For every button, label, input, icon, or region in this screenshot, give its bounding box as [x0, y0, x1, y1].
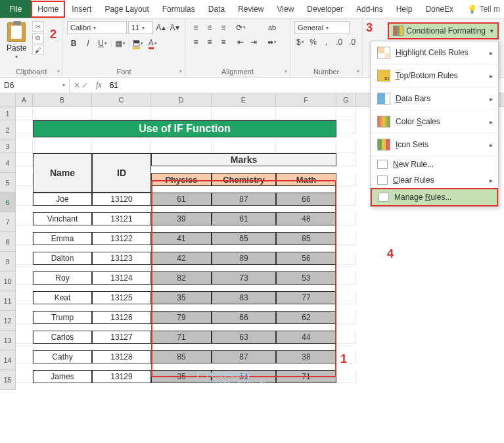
cell-name-8[interactable]: Emma — [33, 232, 92, 245]
header-chemistry[interactable]: Chemistry — [212, 173, 276, 186]
cell[interactable] — [92, 107, 151, 120]
select-all-corner[interactable] — [0, 93, 16, 106]
cf-top-bottom-rules[interactable]: Top/Bottom Rules — [371, 64, 498, 87]
font-name-dropdown[interactable]: Calibri — [67, 21, 127, 34]
cf-new-rule[interactable]: New Rule... — [371, 156, 498, 172]
cell-chemistry-9[interactable]: 89 — [212, 252, 276, 265]
cell-math-8[interactable]: 85 — [276, 232, 336, 245]
cell-math-13[interactable]: 44 — [276, 331, 336, 344]
cell-chemistry-6[interactable]: 87 — [212, 193, 276, 206]
cell-chemistry-13[interactable]: 63 — [212, 331, 276, 344]
fx-icon[interactable]: fx — [92, 80, 106, 90]
cell-name-10[interactable]: Roy — [33, 271, 92, 285]
decrease-decimal-button[interactable]: .0 — [346, 35, 358, 49]
cell-id-15[interactable]: 13129 — [92, 370, 151, 383]
row-header-8[interactable]: 8 — [0, 232, 16, 252]
align-right-button[interactable]: ≡ — [217, 35, 230, 49]
cell[interactable] — [276, 107, 336, 120]
cell[interactable] — [336, 140, 356, 153]
enter-formula-icon[interactable]: ✓ — [81, 81, 88, 90]
tab-view[interactable]: View — [271, 1, 301, 18]
cell-id-11[interactable]: 13125 — [92, 291, 151, 304]
cell-chemistry-11[interactable]: 83 — [212, 291, 276, 304]
cell[interactable] — [276, 140, 336, 153]
cell-physics-12[interactable]: 79 — [151, 311, 212, 324]
cell[interactable] — [33, 107, 92, 120]
align-top-button[interactable]: ≡ — [189, 21, 202, 34]
cell-math-10[interactable]: 53 — [276, 271, 336, 285]
tab-formulas[interactable]: Formulas — [156, 1, 202, 18]
copy-button[interactable]: ⧉ — [32, 33, 44, 43]
align-middle-button[interactable]: ≡ — [203, 21, 216, 34]
format-painter-button[interactable]: 🖌 — [32, 45, 44, 55]
header-math[interactable]: Math — [276, 173, 336, 186]
col-header-G[interactable]: G — [336, 93, 356, 106]
row-header-6[interactable]: 6 — [0, 193, 16, 212]
cell[interactable] — [212, 107, 276, 120]
fill-color-button[interactable]: ⬒ — [131, 37, 145, 50]
cell-physics-7[interactable]: 39 — [151, 212, 212, 225]
italic-button[interactable]: I — [81, 37, 95, 50]
cell-name-11[interactable]: Keat — [33, 291, 92, 304]
cell-id-12[interactable]: 13126 — [92, 311, 151, 324]
cell[interactable] — [212, 140, 276, 153]
cell-chemistry-10[interactable]: 73 — [212, 271, 276, 285]
tab-insert[interactable]: Insert — [65, 1, 98, 18]
accounting-format-button[interactable]: $ — [294, 35, 306, 49]
cell[interactable] — [151, 140, 212, 153]
cell[interactable] — [16, 107, 33, 120]
row-header-2[interactable]: 2 — [0, 120, 16, 140]
col-header-C[interactable]: C — [92, 93, 151, 106]
cf-highlight-cells-rules[interactable]: HHighlight Cells Rulesighlight Cells Rul… — [371, 41, 498, 64]
border-button[interactable]: ▦ — [114, 37, 127, 50]
tab-doneex[interactable]: DoneEx — [419, 1, 460, 18]
align-bottom-button[interactable]: ≡ — [217, 21, 230, 34]
cell-id-9[interactable]: 13123 — [92, 252, 151, 265]
cell-name-15[interactable]: James — [33, 370, 92, 383]
header-physics[interactable]: Physics — [151, 173, 212, 186]
cell-chemistry-7[interactable]: 61 — [212, 212, 276, 225]
col-header-F[interactable]: F — [276, 93, 336, 106]
bold-button[interactable]: B — [67, 37, 80, 50]
comma-button[interactable]: , — [321, 35, 332, 49]
number-format-dropdown[interactable]: General — [294, 21, 350, 34]
conditional-formatting-button[interactable]: Conditional Formatting — [388, 22, 499, 39]
cell-physics-9[interactable]: 42 — [151, 252, 212, 265]
cell-id-6[interactable]: 13120 — [92, 193, 151, 206]
col-header-D[interactable]: D — [151, 93, 212, 106]
cell-math-15[interactable]: 71 — [276, 370, 336, 383]
tell-me-search[interactable]: 💡 Tell m — [467, 5, 504, 14]
increase-indent-button[interactable]: ⇥ — [247, 35, 260, 49]
col-header-E[interactable]: E — [212, 93, 276, 106]
header-id[interactable]: ID — [92, 153, 151, 193]
row-header-15[interactable]: 15 — [0, 370, 16, 390]
tab-review[interactable]: Review — [231, 1, 270, 18]
wrap-text-button[interactable]: ab — [264, 21, 280, 34]
title-cell[interactable]: Use of IF Function — [33, 120, 336, 137]
cell-id-7[interactable]: 13121 — [92, 212, 151, 225]
cell-chemistry-12[interactable]: 66 — [212, 311, 276, 324]
merge-center-button[interactable]: ⬌ — [264, 35, 280, 49]
tab-developer[interactable]: Developer — [300, 1, 350, 18]
cf-color-scales[interactable]: Color Scales — [371, 110, 498, 133]
cell-name-9[interactable]: Dalton — [33, 252, 92, 265]
cell[interactable] — [336, 107, 356, 120]
cell[interactable] — [16, 140, 33, 153]
decrease-font-button[interactable]: A▾ — [168, 21, 181, 34]
row-header-5[interactable]: 5 — [0, 173, 16, 193]
decrease-indent-button[interactable]: ⇤ — [234, 35, 247, 49]
row-header-4[interactable]: 4 — [0, 153, 16, 173]
name-box[interactable]: D6 — [0, 78, 70, 93]
cell-chemistry-8[interactable]: 65 — [212, 232, 276, 245]
cf-manage-rules[interactable]: Manage Rules... — [371, 188, 498, 206]
cancel-formula-icon[interactable]: ✕ — [74, 81, 80, 90]
increase-font-button[interactable]: A▴ — [154, 21, 167, 34]
col-header-B[interactable]: B — [33, 93, 92, 106]
cell-math-11[interactable]: 77 — [276, 291, 336, 304]
cell-math-14[interactable]: 38 — [276, 350, 336, 363]
cell-physics-13[interactable]: 71 — [151, 331, 212, 344]
cell[interactable] — [33, 140, 92, 153]
row-header-11[interactable]: 11 — [0, 291, 16, 311]
cell-name-7[interactable]: Vinchant — [33, 212, 92, 225]
cell-physics-6[interactable]: 61 — [151, 193, 212, 206]
